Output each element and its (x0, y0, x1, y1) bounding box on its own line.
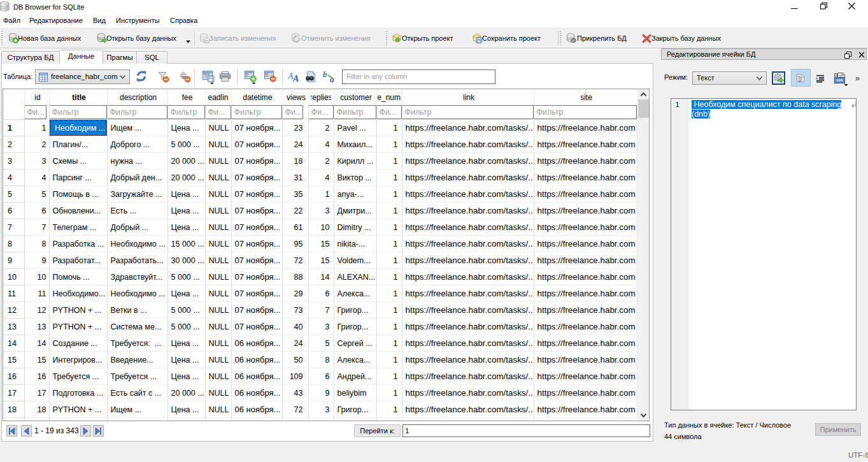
svg-text:b: b (323, 70, 327, 79)
svg-text:A: A (292, 74, 299, 82)
svg-text:a: a (330, 75, 334, 83)
